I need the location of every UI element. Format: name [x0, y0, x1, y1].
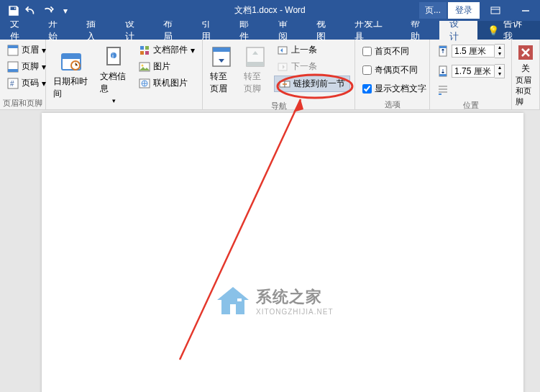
odd-even-different-checkbox[interactable]: 奇偶页不同 — [360, 63, 429, 78]
tell-me-search[interactable]: 💡 告诉我 — [477, 21, 540, 40]
svg-rect-15 — [140, 51, 144, 55]
svg-rect-4 — [8, 69, 18, 72]
svg-rect-34 — [230, 304, 236, 314]
undo-icon[interactable] — [24, 4, 37, 17]
close-header-footer-button[interactable]: 关 页眉和页脚 — [516, 42, 536, 107]
show-document-text-checkbox[interactable]: 显示文档文字 — [360, 81, 429, 96]
minimize-button[interactable] — [511, 0, 540, 21]
lightbulb-icon: 💡 — [488, 25, 499, 36]
svg-text:#: # — [10, 80, 14, 88]
tab-file[interactable]: 文件 — [0, 21, 38, 40]
tab-references[interactable]: 引用 — [191, 21, 229, 40]
page[interactable] — [42, 113, 523, 392]
footer-bottom-input[interactable] — [452, 65, 495, 78]
header-from-top-field[interactable]: ▴▾ — [434, 42, 508, 60]
svg-rect-24 — [247, 62, 264, 66]
svg-rect-32 — [439, 74, 447, 76]
watermark-subtitle: XITONGZHIJIA.NET — [256, 308, 334, 316]
login-button[interactable]: 登录 — [448, 2, 480, 19]
next-section-button: 下一条 — [274, 59, 350, 74]
account-menu[interactable]: 页... — [419, 2, 447, 19]
tab-help[interactable]: 帮助 — [401, 21, 439, 40]
header-top-input[interactable] — [452, 45, 495, 58]
goto-footer-button: 转至页脚 — [241, 42, 270, 98]
close-label-top: 关 — [521, 63, 530, 75]
picture-button[interactable]: 图片 — [136, 59, 198, 74]
doc-parts-button[interactable]: 文档部件▾ — [136, 42, 198, 58]
svg-rect-22 — [213, 47, 230, 52]
svg-rect-2 — [8, 45, 18, 48]
svg-point-18 — [142, 64, 144, 66]
footer-from-bottom-field[interactable]: ▴▾ — [434, 63, 508, 80]
doc-info-button[interactable]: i 文档信息▾ — [97, 42, 132, 107]
first-page-different-checkbox[interactable]: 首页不同 — [360, 44, 429, 59]
insert-alignment-tab-button[interactable] — [434, 83, 508, 97]
group-label-position: 位置 — [430, 100, 511, 111]
tab-view[interactable]: 视图 — [306, 21, 344, 40]
group-label-options: 选项 — [355, 99, 429, 110]
watermark: 系统之家 XITONGZHIJIA.NET — [216, 286, 334, 316]
link-to-previous-button[interactable]: 链接到前一节 — [274, 76, 350, 92]
tab-developer[interactable]: 开发工具 — [344, 21, 401, 40]
watermark-title: 系统之家 — [256, 286, 334, 308]
svg-rect-8 — [62, 54, 81, 59]
tab-insert[interactable]: 插入 — [76, 21, 114, 40]
svg-rect-14 — [145, 46, 149, 50]
svg-rect-35 — [237, 298, 242, 301]
qat-dropdown-icon[interactable]: ▾ — [59, 4, 72, 17]
tab-review[interactable]: 审阅 — [268, 21, 306, 40]
tab-home[interactable]: 开始 — [38, 21, 76, 40]
spin-down-icon[interactable]: ▾ — [495, 51, 504, 58]
tab-mailings[interactable]: 邮件 — [229, 21, 267, 40]
group-label-hf: 页眉和页脚 — [0, 98, 45, 109]
header-button[interactable]: 页眉▾ — [4, 42, 49, 58]
online-picture-button[interactable]: 联机图片 — [136, 76, 198, 91]
previous-section-button[interactable]: 上一条 — [274, 42, 350, 58]
svg-rect-16 — [145, 51, 149, 55]
chevron-down-icon: ▾ — [112, 97, 116, 104]
tab-layout[interactable]: 布局 — [153, 21, 191, 40]
document-workspace[interactable]: 系统之家 XITONGZHIJIA.NET 页脚 - 第 2 节 - 与上一节相… — [0, 110, 540, 392]
redo-icon[interactable] — [42, 4, 55, 17]
svg-rect-30 — [439, 46, 447, 48]
chevron-down-icon: ▾ — [191, 45, 195, 55]
svg-rect-13 — [140, 46, 144, 50]
spin-down-icon[interactable]: ▾ — [495, 71, 504, 78]
tab-design[interactable]: 设计 — [115, 21, 153, 40]
footer-button[interactable]: 页脚▾ — [4, 59, 49, 74]
svg-text:i: i — [112, 53, 114, 60]
svg-rect-0 — [491, 7, 500, 14]
page-number-button[interactable]: # 页码▾ — [4, 76, 49, 91]
tab-hf-design[interactable]: 设计 — [439, 21, 477, 40]
goto-header-button[interactable]: 转至页眉 — [207, 42, 237, 98]
ribbon-display-options-icon[interactable] — [481, 0, 510, 21]
date-time-button[interactable]: 日期和时间 — [50, 42, 93, 107]
close-label-bottom: 页眉和页脚 — [516, 75, 536, 107]
save-icon[interactable] — [7, 4, 20, 17]
